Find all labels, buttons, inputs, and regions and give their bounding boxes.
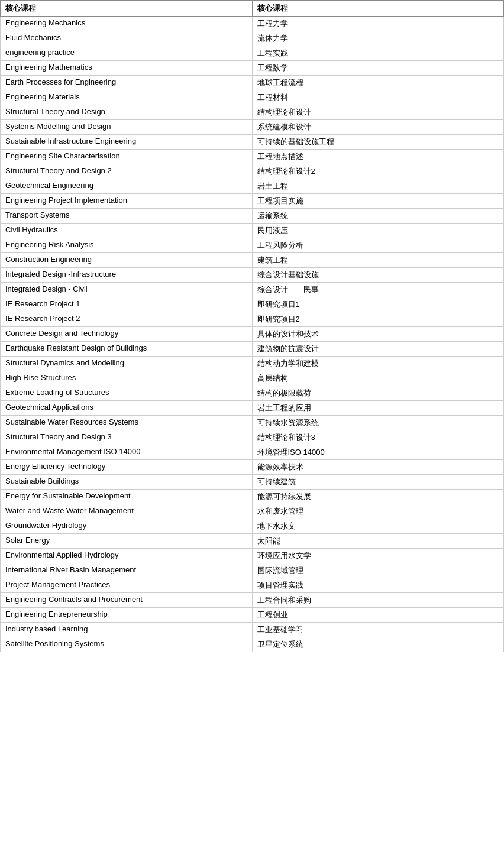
table-row: Engineering Mechanics工程力学 (1, 17, 504, 31)
course-name-en: Engineering Contracts and Procurement (1, 593, 253, 608)
course-name-en: Energy for Sustainable Development (1, 490, 253, 504)
course-name-zh: 岩土工程 (252, 179, 504, 194)
table-row: IE Research Project 2即研究项目2 (1, 312, 504, 327)
course-name-zh: 可持续的基础设施工程 (252, 135, 504, 150)
course-name-zh: 结构理论和设计 (252, 105, 504, 120)
course-name-en: Concrete Design and Technology (1, 327, 253, 342)
table-row: Engineering Site Characterisation工程地点描述 (1, 150, 504, 164)
course-name-zh: 卫星定位系统 (252, 637, 504, 652)
table-row: Geotechnical Engineering岩土工程 (1, 179, 504, 194)
course-name-zh: 太阳能 (252, 534, 504, 549)
course-name-zh: 即研究项目1 (252, 297, 504, 312)
course-table: 核心课程 核心课程 Engineering Mechanics工程力学Fluid… (0, 0, 504, 652)
table-row: Concrete Design and Technology具体的设计和技术 (1, 327, 504, 342)
course-name-zh: 工程创业 (252, 608, 504, 623)
course-name-zh: 建筑工程 (252, 253, 504, 268)
course-name-en: Project Management Practices (1, 578, 253, 593)
course-name-en: Systems Modelling and Design (1, 120, 253, 135)
course-name-zh: 工程地点描述 (252, 150, 504, 164)
course-name-zh: 建筑物的抗震设计 (252, 342, 504, 357)
table-row: Transport Systems运输系统 (1, 209, 504, 224)
course-name-en: Sustainable Water Resources Systems (1, 416, 253, 430)
table-row: Construction Engineering建筑工程 (1, 253, 504, 268)
course-name-en: High Rise Structures (1, 371, 253, 386)
course-name-zh: 系统建模和设计 (252, 120, 504, 135)
table-row: Sustainable Buildings可持续建筑 (1, 475, 504, 490)
course-name-zh: 工程力学 (252, 17, 504, 31)
course-name-en: Water and Waste Water Management (1, 504, 253, 519)
table-row: International River Basin Management国际流域… (1, 563, 504, 578)
course-name-zh: 地球工程流程 (252, 76, 504, 90)
table-row: Structural Dynamics and Modelling结构动力学和建… (1, 357, 504, 371)
table-row: Civil Hydraulics民用液压 (1, 224, 504, 238)
table-row: Geotechnical Applications岩土工程的应用 (1, 401, 504, 416)
table-row: Energy Efficiency Technology能源效率技术 (1, 460, 504, 475)
table-row: IE Research Project 1即研究项目1 (1, 297, 504, 312)
table-row: Water and Waste Water Management水和废水管理 (1, 504, 504, 519)
course-name-en: Engineering Project Implementation (1, 194, 253, 209)
course-name-en: International River Basin Management (1, 563, 253, 578)
course-name-zh: 工程项目实施 (252, 194, 504, 209)
course-name-zh: 工程数学 (252, 61, 504, 76)
course-name-en: Integrated Design -Infrastructure (1, 268, 253, 283)
course-name-en: IE Research Project 1 (1, 297, 253, 312)
course-name-zh: 结构理论和设计2 (252, 164, 504, 179)
table-row: Environmental Management ISO 14000环境管理IS… (1, 445, 504, 460)
table-row: Earth Processes for Engineering地球工程流程 (1, 76, 504, 90)
course-name-en: engineering practice (1, 46, 253, 61)
table-row: Extreme Loading of Structures结构的极限载荷 (1, 386, 504, 401)
course-name-en: Engineering Materials (1, 90, 253, 105)
course-name-en: Geotechnical Engineering (1, 179, 253, 194)
course-name-en: Engineering Risk Analysis (1, 238, 253, 253)
table-row: Engineering Contracts and Procurement工程合… (1, 593, 504, 608)
table-row: Integrated Design - Civil综合设计——民事 (1, 283, 504, 297)
table-row: Structural Theory and Design 3结构理论和设计3 (1, 430, 504, 445)
course-name-en: Environmental Management ISO 14000 (1, 445, 253, 460)
course-name-zh: 结构的极限载荷 (252, 386, 504, 401)
col-header-zh: 核心课程 (252, 1, 504, 17)
course-name-en: Sustainable Buildings (1, 475, 253, 490)
course-name-zh: 综合设计——民事 (252, 283, 504, 297)
table-row: Fluid Mechanics流体力学 (1, 31, 504, 46)
course-name-en: Fluid Mechanics (1, 31, 253, 46)
course-name-en: Geotechnical Applications (1, 401, 253, 416)
course-name-zh: 水和废水管理 (252, 504, 504, 519)
course-name-zh: 即研究项目2 (252, 312, 504, 327)
course-name-zh: 流体力学 (252, 31, 504, 46)
table-row: Engineering Materials工程材料 (1, 90, 504, 105)
course-name-zh: 可持续建筑 (252, 475, 504, 490)
main-container: 核心课程 核心课程 Engineering Mechanics工程力学Fluid… (0, 0, 504, 652)
table-row: Engineering Entrepreneurship工程创业 (1, 608, 504, 623)
course-name-zh: 项目管理实践 (252, 578, 504, 593)
table-row: Engineering Risk Analysis工程风险分析 (1, 238, 504, 253)
table-row: Integrated Design -Infrastructure综合设计基础设… (1, 268, 504, 283)
course-name-zh: 国际流域管理 (252, 563, 504, 578)
course-name-en: Integrated Design - Civil (1, 283, 253, 297)
course-name-zh: 环境管理ISO 14000 (252, 445, 504, 460)
course-name-zh: 高层结构 (252, 371, 504, 386)
course-name-zh: 运输系统 (252, 209, 504, 224)
table-row: Satellite Positioning Systems卫星定位系统 (1, 637, 504, 652)
course-name-en: Engineering Mathematics (1, 61, 253, 76)
course-name-zh: 具体的设计和技术 (252, 327, 504, 342)
course-name-en: Energy Efficiency Technology (1, 460, 253, 475)
course-name-en: Sustainable Infrastructure Engineering (1, 135, 253, 150)
table-row: Earthquake Resistant Design of Buildings… (1, 342, 504, 357)
course-name-zh: 工程合同和采购 (252, 593, 504, 608)
course-name-zh: 环境应用水文学 (252, 549, 504, 563)
course-name-zh: 综合设计基础设施 (252, 268, 504, 283)
course-name-zh: 结构动力学和建模 (252, 357, 504, 371)
course-name-en: Earthquake Resistant Design of Buildings (1, 342, 253, 357)
table-row: Sustainable Water Resources Systems可持续水资… (1, 416, 504, 430)
table-row: Energy for Sustainable Development能源可持续发… (1, 490, 504, 504)
course-name-en: Extreme Loading of Structures (1, 386, 253, 401)
course-name-en: Civil Hydraulics (1, 224, 253, 238)
course-name-zh: 工程风险分析 (252, 238, 504, 253)
table-row: Sustainable Infrastructure Engineering可持… (1, 135, 504, 150)
course-name-en: Industry based Learning (1, 623, 253, 637)
course-name-en: Structural Theory and Design 3 (1, 430, 253, 445)
table-row: Solar Energy太阳能 (1, 534, 504, 549)
course-name-en: Groundwater Hydrology (1, 519, 253, 534)
course-name-en: Engineering Site Characterisation (1, 150, 253, 164)
table-row: engineering practice工程实践 (1, 46, 504, 61)
